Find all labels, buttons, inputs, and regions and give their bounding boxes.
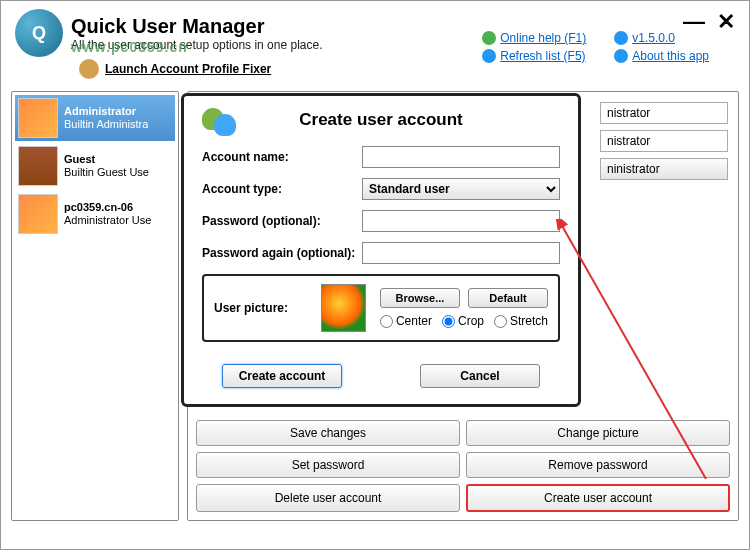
user-item-guest[interactable]: Guest Builtin Guest Use xyxy=(15,143,175,189)
users-icon xyxy=(198,106,238,146)
version-link[interactable]: v1.5.0.0 xyxy=(614,31,709,45)
password-label: Password (optional): xyxy=(202,214,362,228)
profile-fixer-link[interactable]: Launch Account Profile Fixer xyxy=(105,62,271,76)
create-user-button[interactable]: Create user account xyxy=(466,484,730,512)
user-avatar xyxy=(18,146,58,186)
close-button[interactable]: ✕ xyxy=(717,9,735,35)
app-title: Quick User Manager xyxy=(71,15,323,38)
create-user-dialog: Create user account Account name: Accoun… xyxy=(181,93,581,407)
account-name-label: Account name: xyxy=(202,150,362,164)
about-icon xyxy=(614,49,628,63)
account-type-label: Account type: xyxy=(202,182,362,196)
account-name-input[interactable] xyxy=(362,146,560,168)
user-item-pc0359[interactable]: pc0359.cn-06 Administrator Use xyxy=(15,191,175,237)
account-type-select[interactable]: Standard user xyxy=(362,178,560,200)
online-help-link[interactable]: Online help (F1) xyxy=(482,31,586,45)
info-icon xyxy=(614,31,628,45)
create-account-button[interactable]: Create account xyxy=(222,364,342,388)
password-again-input[interactable] xyxy=(362,242,560,264)
refresh-link[interactable]: Refresh list (F5) xyxy=(482,49,586,63)
profile-fixer-icon xyxy=(79,59,99,79)
stretch-radio[interactable]: Stretch xyxy=(494,314,548,328)
detail-field[interactable]: nistrator xyxy=(600,130,728,152)
picture-preview xyxy=(321,284,366,332)
change-picture-button[interactable]: Change picture xyxy=(466,420,730,446)
delete-user-button[interactable]: Delete user account xyxy=(196,484,460,512)
user-avatar xyxy=(18,194,58,234)
user-avatar xyxy=(18,98,58,138)
password-input[interactable] xyxy=(362,210,560,232)
center-radio[interactable]: Center xyxy=(380,314,432,328)
cancel-button[interactable]: Cancel xyxy=(420,364,540,388)
remove-password-button[interactable]: Remove password xyxy=(466,452,730,478)
user-item-administrator[interactable]: Administrator Builtin Administra xyxy=(15,95,175,141)
dialog-title: Create user account xyxy=(202,110,560,130)
refresh-icon xyxy=(482,49,496,63)
app-subtitle: All the user account setup options in on… xyxy=(71,38,323,52)
user-picture-label: User picture: xyxy=(214,301,307,315)
save-changes-button[interactable]: Save changes xyxy=(196,420,460,446)
app-icon: Q xyxy=(15,9,63,57)
browse-button[interactable]: Browse... xyxy=(380,288,460,308)
user-list: Administrator Builtin Administra Guest B… xyxy=(11,91,179,521)
crop-radio[interactable]: Crop xyxy=(442,314,484,328)
set-password-button[interactable]: Set password xyxy=(196,452,460,478)
detail-dropdown[interactable]: ninistrator xyxy=(600,158,728,180)
detail-field[interactable]: nistrator xyxy=(600,102,728,124)
about-link[interactable]: About this app xyxy=(614,49,709,63)
default-button[interactable]: Default xyxy=(468,288,548,308)
help-icon xyxy=(482,31,496,45)
password-again-label: Password again (optional): xyxy=(202,246,362,260)
